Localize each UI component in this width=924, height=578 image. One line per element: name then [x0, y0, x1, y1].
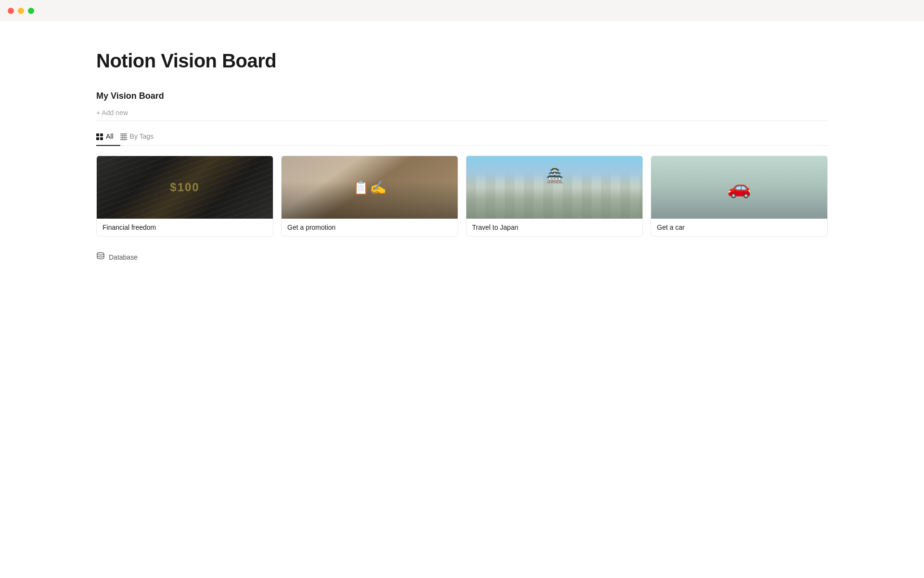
card-image-japan	[466, 156, 642, 219]
divider	[96, 120, 828, 121]
card-label-financial: Financial freedom	[97, 219, 273, 236]
card-get-a-promotion[interactable]: Get a promotion	[281, 156, 458, 236]
card-label-japan: Travel to Japan	[466, 219, 642, 236]
card-image-promotion	[282, 156, 458, 219]
close-button[interactable]	[8, 8, 14, 14]
card-get-a-car[interactable]: Get a car	[651, 156, 828, 236]
svg-rect-3	[100, 137, 103, 140]
vision-board-section: My Vision Board + Add new All	[96, 91, 828, 266]
card-financial-freedom[interactable]: Financial freedom	[96, 156, 273, 236]
add-new-button[interactable]: + Add new	[96, 107, 128, 118]
tab-by-tags[interactable]: By Tags	[120, 129, 161, 146]
maximize-button[interactable]	[28, 8, 34, 14]
svg-rect-7	[120, 139, 127, 140]
svg-rect-8	[122, 133, 123, 140]
tab-all-label: All	[106, 132, 114, 140]
svg-rect-4	[120, 133, 127, 134]
table-icon	[120, 132, 127, 140]
database-section[interactable]: Database	[96, 248, 828, 266]
svg-rect-2	[96, 137, 99, 140]
svg-rect-0	[96, 133, 99, 136]
card-image-financial	[97, 156, 273, 219]
page-title: Notion Vision Board	[96, 50, 828, 72]
title-bar	[0, 0, 924, 21]
svg-rect-1	[100, 133, 103, 136]
grid-icon	[96, 132, 103, 140]
card-image-car	[651, 156, 827, 219]
svg-rect-5	[120, 135, 127, 136]
database-icon	[96, 252, 105, 263]
card-label-car: Get a car	[651, 219, 827, 236]
section-title: My Vision Board	[96, 91, 828, 101]
tab-all[interactable]: All	[96, 129, 120, 146]
card-travel-to-japan[interactable]: Travel to Japan	[466, 156, 643, 236]
tabs-container: All By Tags	[96, 129, 828, 146]
svg-rect-9	[125, 133, 125, 140]
cards-grid: Financial freedom Get a promotion Travel…	[96, 156, 828, 236]
tab-by-tags-label: By Tags	[130, 132, 154, 140]
svg-rect-6	[120, 137, 127, 138]
minimize-button[interactable]	[18, 8, 24, 14]
main-content: Notion Vision Board My Vision Board + Ad…	[0, 0, 924, 315]
database-label: Database	[109, 253, 138, 261]
svg-point-10	[97, 253, 104, 255]
card-label-promotion: Get a promotion	[282, 219, 458, 236]
